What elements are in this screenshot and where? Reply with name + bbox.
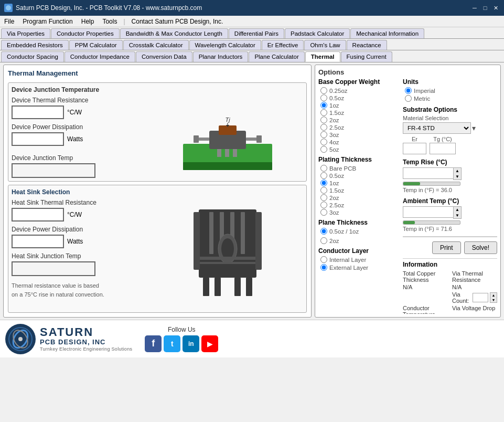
- units-metric[interactable]: Metric: [405, 95, 497, 102]
- er-input[interactable]: 4,6: [403, 143, 426, 154]
- canvas-area: [403, 236, 497, 237]
- ambient-temp-input[interactable]: 22: [403, 206, 453, 218]
- tab-mechanical[interactable]: Mechanical Information: [350, 28, 424, 38]
- social-section: Follow Us f t in ▶: [145, 326, 218, 352]
- plating-15oz[interactable]: 1.5oz: [320, 187, 400, 194]
- plating-3oz[interactable]: 3oz: [320, 209, 400, 216]
- title-bar: Saturn PCB Design, Inc. - PCB Toolkit V7…: [0, 0, 504, 16]
- temp-rise-input[interactable]: 20: [403, 167, 453, 179]
- information-section: Information Total Copper Thickness Via T…: [403, 258, 497, 314]
- tab-ohms-law[interactable]: Ohm's Law: [304, 40, 346, 50]
- tab-via-properties[interactable]: Via Properties: [1, 28, 50, 38]
- tab-row-1: Via Properties Conductor Properties Band…: [0, 27, 504, 39]
- device-thermal-resistance-input[interactable]: 3: [12, 106, 64, 119]
- tab-conductor-spacing[interactable]: Conductor Spacing: [1, 51, 64, 62]
- device-thermal-resistance-label: Device Thermal Resistance: [12, 97, 148, 104]
- tab-embedded-resistors[interactable]: Embedded Resistors: [1, 40, 69, 50]
- copper-3oz[interactable]: 3oz: [320, 131, 400, 138]
- menu-file[interactable]: File: [2, 17, 16, 26]
- maximize-button[interactable]: □: [481, 4, 489, 12]
- base-copper-radio-group: 0.25oz 0.5oz 1oz 1.5oz 2oz 2.5oz 3oz 4oz…: [320, 87, 400, 153]
- units-label: Units: [403, 78, 497, 86]
- tab-conversion-data[interactable]: Conversion Data: [136, 51, 192, 62]
- copper-025oz[interactable]: 0.25oz: [320, 87, 400, 94]
- plane-2oz[interactable]: 2oz: [320, 237, 400, 244]
- svg-rect-18: [255, 212, 262, 270]
- device-power-dissipation-input[interactable]: 5: [12, 132, 64, 146]
- menu-help[interactable]: Help: [79, 17, 96, 26]
- social-twitter[interactable]: t: [164, 335, 180, 352]
- copper-25oz[interactable]: 2.5oz: [320, 124, 400, 131]
- close-button[interactable]: ✕: [491, 4, 500, 12]
- tab-padstack[interactable]: Padstack Calculator: [285, 28, 350, 38]
- social-linkedin[interactable]: in: [183, 335, 199, 352]
- conductor-layer-radio-group: Internal Layer External Layer: [320, 256, 400, 271]
- plating-bare[interactable]: Bare PCB: [320, 165, 400, 172]
- tab-row-2: Embedded Resistors PPM Calculator Crosst…: [0, 39, 504, 50]
- temp-rise-section: Temp Rise (°C) 20 ▲ ▼ Temp in (°F) = 36.…: [403, 159, 497, 193]
- base-copper-label: Base Copper Weight: [318, 78, 400, 86]
- ambient-temp-down[interactable]: ▼: [454, 213, 461, 218]
- heatsink-thermal-resistance-label: Heat Sink Thermal Resistance: [12, 199, 148, 206]
- copper-05oz[interactable]: 0.5oz: [320, 94, 400, 101]
- tab-conductor-impedance[interactable]: Conductor Impedance: [65, 51, 135, 62]
- total-copper-value: N/A: [403, 284, 448, 290]
- tab-planar-inductors[interactable]: Planar Inductors: [193, 51, 249, 62]
- temp-rise-up[interactable]: ▲: [454, 168, 461, 174]
- thermal-note: Thermal resistance value is basedon a 75…: [12, 281, 148, 299]
- substrate-label: Substrate Options: [403, 106, 497, 113]
- device-junction-temp-result: 37.000 °C: [12, 163, 95, 178]
- heatsink-power-dissipation-label: Device Power Dissipation: [12, 226, 148, 233]
- copper-4oz[interactable]: 4oz: [320, 139, 400, 145]
- via-count-up[interactable]: ▲: [490, 293, 497, 298]
- tab-differential-pairs[interactable]: Differential Pairs: [229, 28, 284, 38]
- tab-plane-calculator[interactable]: Plane Calculator: [249, 51, 304, 62]
- solve-button[interactable]: Solve!: [464, 241, 497, 254]
- copper-5oz[interactable]: 5oz: [320, 146, 400, 153]
- social-facebook[interactable]: f: [145, 335, 162, 352]
- tab-reactance[interactable]: Reactance: [347, 40, 387, 50]
- heatsink-power-dissipation-input[interactable]: 5: [12, 235, 64, 248]
- menu-contact[interactable]: Contact Saturn PCB Design, Inc.: [130, 17, 226, 26]
- menu-tools[interactable]: Tools: [100, 17, 119, 26]
- via-count-input[interactable]: 10: [473, 293, 488, 302]
- substrate-select[interactable]: FR-4 STD Rogers 4003 Rogers 4350 Isola 3…: [403, 122, 471, 134]
- tab-fusing-current[interactable]: Fusing Current: [341, 51, 392, 62]
- tab-er-effective[interactable]: Er Effective: [262, 40, 304, 50]
- heatsink-thermal-resistance-input[interactable]: 25: [12, 208, 64, 221]
- plating-2oz[interactable]: 2oz: [320, 194, 400, 201]
- copper-1oz[interactable]: 1oz: [320, 102, 400, 109]
- tab-wavelength[interactable]: Wavelength Calculator: [189, 40, 261, 50]
- tab-conductor-properties[interactable]: Conductor Properties: [51, 28, 120, 38]
- copper-2oz[interactable]: 2oz: [320, 117, 400, 123]
- substrate-dropdown-icon: ▾: [472, 124, 476, 132]
- plating-1oz[interactable]: 1oz: [320, 180, 400, 186]
- temp-rise-down[interactable]: ▼: [454, 174, 461, 180]
- total-copper-label: Total Copper Thickness: [403, 270, 448, 283]
- menu-program-function[interactable]: Program Function: [20, 17, 74, 26]
- tab-crosstalk[interactable]: Crosstalk Calculator: [123, 40, 189, 50]
- social-youtube[interactable]: ▶: [201, 335, 218, 352]
- action-buttons: Print Solve!: [403, 241, 497, 254]
- information-title: Information: [403, 261, 497, 268]
- window-controls: ─ □ ✕: [470, 4, 500, 12]
- via-count-down[interactable]: ▼: [490, 298, 497, 302]
- conductor-layer-label: Conductor Layer: [318, 247, 400, 255]
- copper-15oz[interactable]: 1.5oz: [320, 109, 400, 116]
- plane-section: Plane Thickness 0.5oz / 1oz 2oz: [318, 219, 400, 244]
- plane-05-1oz[interactable]: 0.5oz / 1oz: [320, 228, 400, 235]
- tab-thermal[interactable]: Thermal: [305, 51, 340, 62]
- plating-radio-group: Bare PCB 0.5oz 1oz 1.5oz 2oz 2.5oz 3oz: [320, 165, 400, 216]
- internal-layer[interactable]: Internal Layer: [320, 256, 400, 263]
- temp-rise-progress-bg: [403, 182, 460, 186]
- units-imperial[interactable]: Imperial: [405, 87, 497, 94]
- tab-bandwidth[interactable]: Bandwidth & Max Conductor Length: [120, 28, 228, 38]
- plating-25oz[interactable]: 2.5oz: [320, 202, 400, 208]
- tg-input[interactable]: 130: [430, 143, 456, 154]
- minimize-button[interactable]: ─: [470, 4, 479, 12]
- plating-05oz[interactable]: 0.5oz: [320, 172, 400, 179]
- print-button[interactable]: Print: [432, 241, 461, 254]
- tab-ppm[interactable]: PPM Calculator: [69, 40, 123, 50]
- ambient-temp-up[interactable]: ▲: [454, 207, 461, 213]
- external-layer[interactable]: External Layer: [320, 264, 400, 271]
